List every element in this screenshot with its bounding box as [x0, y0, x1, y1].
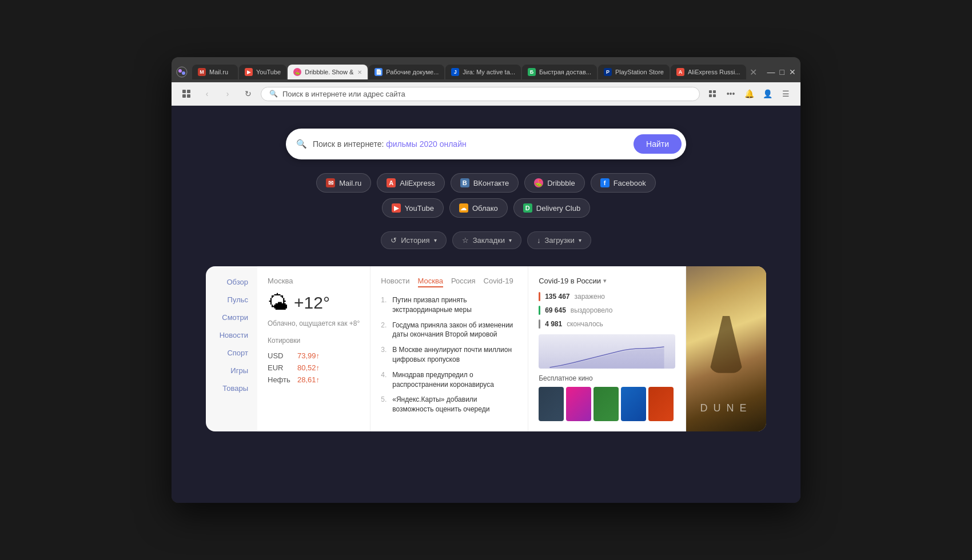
history-label: История — [401, 236, 429, 245]
close-tab-button[interactable]: ✕ — [750, 67, 757, 78]
news-tab-russia[interactable]: Россия — [451, 277, 476, 287]
news-item-5[interactable]: 5. «Яндекс.Карты» добавили возможность о… — [381, 395, 517, 414]
sidebar-item-games[interactable]: Игры — [215, 366, 248, 375]
tab-docs[interactable]: 📄 Рабочие докуме... — [369, 65, 444, 79]
weather-temperature: +12° — [294, 293, 330, 313]
downloads-chevron-icon: ▾ — [579, 237, 581, 243]
covid-chart — [539, 334, 675, 369]
forward-button[interactable]: › — [220, 86, 236, 102]
weather-temp-row: 🌤 +12° — [268, 291, 360, 315]
tab-icon-delivery: Б — [528, 68, 536, 76]
sidebar-item-goods[interactable]: Товары — [215, 384, 248, 393]
currency-name-oil: Нефть — [268, 375, 290, 384]
covid-infected-indicator — [539, 292, 540, 301]
quick-link-youtube[interactable]: ▶ YouTube — [382, 198, 444, 218]
news-tab-covid[interactable]: Covid-19 — [484, 277, 513, 287]
tab-label-jira: Jira: My active ta... — [463, 69, 515, 75]
quick-link-delivery-club[interactable]: D Delivery Club — [513, 198, 590, 218]
news-item-3[interactable]: 3. В Москве аннулируют почти миллион циф… — [381, 345, 517, 365]
bookmarks-link[interactable]: ☆ Закладки ▾ — [452, 231, 521, 249]
grid-view-button[interactable] — [178, 86, 194, 102]
main-menu-button[interactable]: ☰ — [778, 86, 794, 102]
menu-button[interactable]: ••• — [723, 86, 739, 102]
covid-deceased-num: 4 981 — [545, 320, 562, 328]
news-tab-novosti[interactable]: Новости — [381, 277, 409, 287]
tab-youtube[interactable]: ▶ YouTube — [239, 65, 286, 79]
search-text: Поиск в интернете: фильмы 2020 онлайн — [313, 139, 634, 149]
tab-label-youtube: YouTube — [256, 69, 281, 75]
news-num-1: 1. — [381, 295, 388, 315]
back-button[interactable]: ‹ — [199, 86, 215, 102]
weather-city: Москва — [268, 277, 360, 285]
sidebar-item-watch[interactable]: Смотри — [215, 313, 248, 322]
cinema-thumbnails — [539, 387, 675, 421]
notifications-button[interactable]: 🔔 — [741, 86, 757, 102]
sidebar-item-pulse[interactable]: Пульс — [215, 295, 248, 304]
news-num-5: 5. — [381, 395, 388, 414]
weather-panel: Москва 🌤 +12° Облачно, ощущается как +8°… — [257, 266, 371, 431]
tab-label-aliexpress: AliExpress Russi... — [688, 69, 740, 75]
news-item-2[interactable]: 2. Госдума приняла закон об изменении да… — [381, 321, 517, 340]
cinema-thumb-3[interactable] — [593, 387, 619, 421]
covid-deceased-indicator — [539, 319, 540, 329]
info-panel: Обзор Пульс Смотри Новости Спорт Игры То… — [206, 266, 766, 431]
account-button[interactable]: 👤 — [759, 86, 775, 102]
search-bar[interactable]: 🔍 Поиск в интернете: фильмы 2020 онлайн … — [286, 129, 686, 159]
refresh-button[interactable]: ↻ — [240, 86, 256, 102]
cinema-thumb-2[interactable] — [566, 387, 591, 421]
currency-value-usd: 73,99↑ — [297, 351, 320, 360]
news-list: 1. Путин призвал принять экстраординарны… — [381, 295, 517, 414]
side-nav: Обзор Пульс Смотри Новости Спорт Игры То… — [206, 266, 257, 431]
sidebar-item-overview[interactable]: Обзор — [215, 278, 248, 286]
minimize-button[interactable]: — — [767, 67, 775, 77]
svg-rect-10 — [713, 94, 716, 97]
tab-icon-jira: J — [451, 68, 459, 76]
quick-link-aliexpress[interactable]: A AliExpress — [377, 173, 444, 193]
currency-eur: EUR 80,52↑ — [268, 363, 360, 372]
tab-close-dribbble[interactable]: ✕ — [357, 68, 362, 76]
downloads-icon: ↓ — [537, 236, 541, 245]
tab-delivery[interactable]: Б Быстрая достав... — [522, 65, 597, 79]
quick-link-vk[interactable]: В ВКонтакте — [451, 173, 519, 193]
news-item-4[interactable]: 4. Минздрав предупредил о распространени… — [381, 370, 517, 390]
history-link[interactable]: ↺ История ▾ — [381, 231, 446, 249]
quick-link-facebook[interactable]: f Facebook — [591, 173, 656, 193]
tab-dribbble[interactable]: ⛳ Dribbble. Show & ✕ — [288, 65, 368, 79]
maximize-button[interactable]: □ — [780, 67, 784, 77]
svg-rect-3 — [182, 90, 186, 93]
search-button[interactable]: Найти — [634, 134, 682, 154]
downloads-link[interactable]: ↓ Загрузки ▾ — [527, 231, 591, 249]
tab-aliexpress[interactable]: A AliExpress Russi... — [671, 65, 746, 79]
tab-mail[interactable]: M Mail.ru — [192, 65, 238, 79]
svg-point-0 — [177, 67, 187, 77]
quick-link-label-youtube: YouTube — [405, 204, 434, 213]
news-item-1[interactable]: 1. Путин призвал принять экстраординарны… — [381, 295, 517, 315]
tab-icon-mail: M — [198, 68, 206, 76]
address-bar[interactable]: 🔍 Поиск в интернете или адрес сайта — [261, 87, 700, 101]
quick-link-oblako[interactable]: ☁ Облако — [449, 198, 508, 218]
quick-link-dribbble[interactable]: ⛳ Dribbble — [524, 173, 584, 193]
extensions-button[interactable] — [704, 86, 720, 102]
tab-bar: M Mail.ru ▶ YouTube ⛳ Dribbble. Show & ✕… — [172, 57, 800, 82]
cinema-thumb-5[interactable] — [648, 387, 674, 421]
currency-name-eur: EUR — [268, 363, 290, 372]
cinema-thumb-4[interactable] — [621, 387, 646, 421]
vk-icon: В — [460, 178, 469, 187]
tab-jira[interactable]: J Jira: My active ta... — [445, 65, 521, 79]
sidebar-item-news[interactable]: Новости — [215, 331, 248, 339]
quick-link-label-dribbble: Dribbble — [547, 179, 575, 187]
sidebar-item-sport[interactable]: Спорт — [215, 349, 248, 357]
close-window-button[interactable]: ✕ — [789, 67, 796, 77]
search-bar-icon: 🔍 — [296, 139, 307, 149]
news-num-2: 2. — [381, 321, 388, 340]
covid-title: Covid-19 в России ▾ — [539, 277, 675, 285]
cinema-thumb-1[interactable] — [539, 387, 564, 421]
covid-infected-num: 135 467 — [545, 293, 569, 301]
movie-poster[interactable]: DUNE — [686, 266, 766, 431]
covid-stat-recovered: 69 645 выздоровело — [539, 306, 675, 315]
quick-link-label-mail: Mail.ru — [339, 179, 361, 187]
quick-link-mail[interactable]: ✉ Mail.ru — [316, 173, 371, 193]
news-tab-moscow[interactable]: Москва — [418, 277, 443, 287]
tab-playstation[interactable]: P PlayStation Store — [598, 65, 670, 79]
covid-recovered-label: выздоровело — [571, 306, 613, 314]
